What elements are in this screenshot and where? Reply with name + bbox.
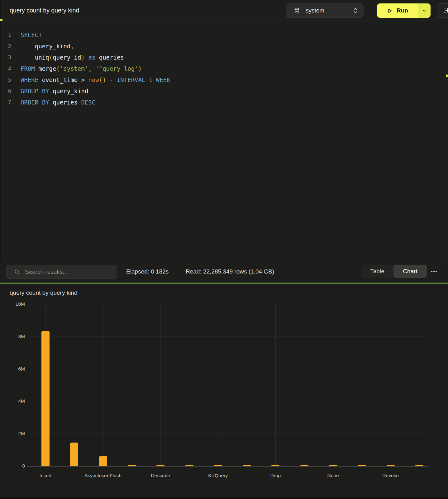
y-axis-tick-label: 10M bbox=[6, 301, 25, 307]
bar-unlabeled-13[interactable] bbox=[415, 465, 423, 466]
y-axis-tick-label: 8M bbox=[6, 334, 25, 339]
line-number: 6 bbox=[0, 85, 11, 97]
x-axis-category-label: KillQuery bbox=[190, 473, 246, 478]
bar-unlabeled-5[interactable] bbox=[185, 465, 193, 466]
line-number: 1 bbox=[0, 29, 11, 41]
bar-unlabeled-1[interactable] bbox=[70, 443, 78, 466]
y-gridline bbox=[30, 369, 428, 369]
chevron-down-icon bbox=[422, 8, 427, 13]
database-selector[interactable]: system bbox=[286, 3, 364, 18]
ai-sparkle-button[interactable] bbox=[437, 3, 448, 18]
y-gridline bbox=[30, 401, 428, 401]
y-gridline bbox=[30, 434, 428, 434]
read-stat: Read: 22,285,349 rows (1.04 GB) bbox=[186, 260, 274, 283]
chart-panel: query count by query kind 10M8M6M4M2M0In… bbox=[0, 284, 448, 497]
code-line[interactable]: 4FROM merge('system', '^query_log') bbox=[0, 63, 442, 74]
view-toggle: Table Chart bbox=[361, 265, 427, 278]
line-number: 2 bbox=[0, 41, 11, 52]
code-text: query_kind, bbox=[21, 41, 74, 52]
code-text: FROM merge('system', '^query_log') bbox=[21, 63, 142, 74]
y-gridline bbox=[30, 337, 428, 337]
table-view-button[interactable]: Table bbox=[361, 265, 393, 278]
y-axis-tick-label: 0 bbox=[6, 463, 25, 469]
active-tab-indicator bbox=[0, 19, 2, 21]
code-text: GROUP BY query_kind bbox=[21, 85, 88, 97]
database-icon bbox=[293, 7, 300, 14]
x-gridline bbox=[275, 304, 276, 466]
chart-view-button[interactable]: Chart bbox=[393, 265, 427, 278]
overview-ruler-marker bbox=[446, 75, 448, 77]
sql-editor[interactable]: 1SELECT2 query_kind,3 uniq(query_id) as … bbox=[0, 21, 448, 260]
code-line[interactable]: 3 uniq(query_id) as queries bbox=[0, 52, 442, 63]
bar-none[interactable] bbox=[329, 465, 337, 466]
code-lines: 1SELECT2 query_kind,3 uniq(query_id) as … bbox=[0, 29, 442, 108]
code-text: WHERE event_time > now() - INTERVAL 1 WE… bbox=[21, 74, 170, 85]
y-axis-tick-label: 4M bbox=[6, 398, 25, 404]
play-icon bbox=[387, 7, 393, 14]
code-line[interactable]: 5WHERE event_time > now() - INTERVAL 1 W… bbox=[0, 74, 442, 85]
chart-title: query count by query kind bbox=[10, 289, 78, 296]
x-axis-category-label: Describe bbox=[132, 473, 188, 478]
more-options-button[interactable] bbox=[429, 268, 439, 275]
run-button[interactable]: Run bbox=[377, 3, 418, 18]
y-axis-tick-label: 6M bbox=[6, 366, 25, 372]
editor-scrollbar[interactable] bbox=[445, 21, 448, 260]
x-gridline bbox=[391, 304, 391, 466]
code-line[interactable]: 7ORDER BY queries DESC bbox=[0, 97, 442, 108]
code-line[interactable]: 6GROUP BY query_kind bbox=[0, 85, 442, 97]
line-number: 3 bbox=[0, 52, 11, 63]
x-gridline bbox=[333, 304, 333, 466]
run-split-button: Run bbox=[377, 3, 431, 18]
bar-describe[interactable] bbox=[156, 465, 164, 466]
chevron-up-down-icon bbox=[353, 7, 358, 14]
bar-killquery[interactable] bbox=[214, 465, 222, 466]
line-number: 4 bbox=[0, 63, 11, 74]
x-gridline bbox=[160, 304, 161, 466]
x-axis-category-label: None bbox=[305, 473, 361, 478]
bar-drop[interactable] bbox=[271, 465, 279, 466]
x-axis-category-label: Revoke bbox=[363, 473, 419, 478]
x-axis-category-label: AsyncInsertFlush bbox=[75, 473, 131, 478]
ellipsis-icon bbox=[431, 271, 437, 272]
run-options-button[interactable] bbox=[418, 3, 431, 18]
x-gridline bbox=[103, 304, 103, 466]
left-edge-strip bbox=[0, 0, 1, 260]
y-axis-tick-label: 2M bbox=[6, 431, 25, 436]
search-box bbox=[6, 265, 117, 279]
query-header: query count by query kind system bbox=[0, 0, 448, 21]
x-axis-category-label: Drop bbox=[247, 473, 303, 478]
sparkle-icon bbox=[443, 7, 448, 15]
bar-revoke[interactable] bbox=[387, 465, 395, 466]
bar-insert[interactable] bbox=[41, 331, 50, 466]
indent-guide bbox=[22, 40, 22, 64]
bar-unlabeled-7[interactable] bbox=[243, 465, 251, 466]
database-selector-value: system bbox=[306, 7, 353, 14]
code-line[interactable]: 1SELECT bbox=[0, 29, 442, 41]
x-axis-category-label: Insert bbox=[17, 473, 74, 478]
code-text: ORDER BY queries DESC bbox=[21, 97, 95, 108]
query-title: query count by query kind bbox=[10, 0, 79, 21]
x-axis-line bbox=[27, 466, 428, 467]
bar-unlabeled-11[interactable] bbox=[358, 465, 366, 466]
elapsed-stat: Elapsed: 0.182s bbox=[126, 260, 169, 283]
line-number: 5 bbox=[0, 74, 11, 85]
line-number: 7 bbox=[0, 97, 11, 108]
y-gridline bbox=[30, 304, 428, 304]
code-text: SELECT bbox=[21, 29, 42, 41]
x-gridline bbox=[218, 304, 218, 466]
bottom-edge bbox=[0, 497, 448, 499]
bar-asyncinsertflush[interactable] bbox=[99, 456, 107, 466]
bar-unlabeled-9[interactable] bbox=[300, 465, 308, 466]
sql-console-window: query count by query kind system bbox=[0, 0, 448, 499]
results-toolbar: Elapsed: 0.182s Read: 22,285,349 rows (1… bbox=[0, 260, 448, 283]
search-results-input[interactable] bbox=[24, 268, 114, 276]
magnifier-icon bbox=[14, 269, 21, 275]
run-button-label: Run bbox=[397, 7, 408, 14]
code-text: uniq(query_id) as queries bbox=[21, 52, 124, 63]
bar-unlabeled-3[interactable] bbox=[128, 465, 136, 466]
code-line[interactable]: 2 query_kind, bbox=[0, 41, 442, 52]
